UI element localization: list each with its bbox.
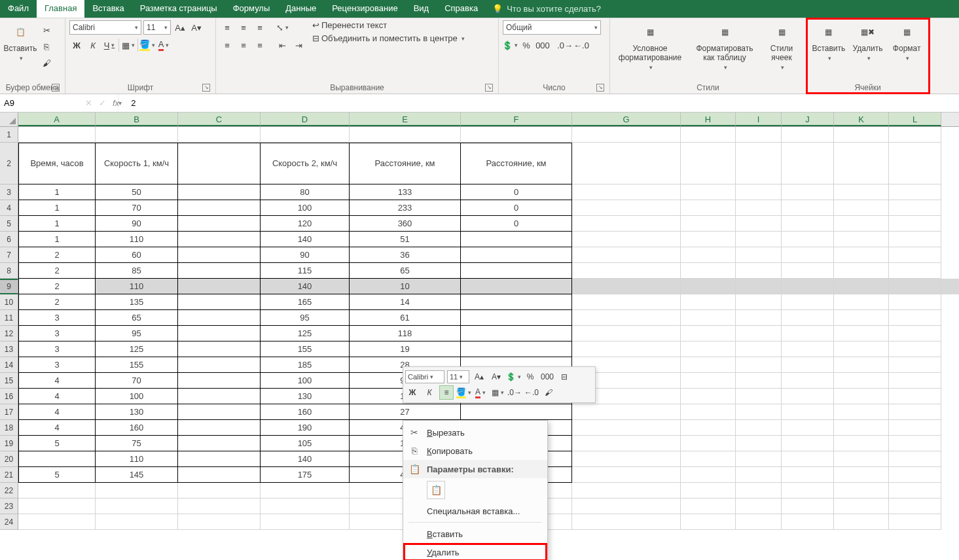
cell[interactable] — [834, 279, 889, 294]
cell[interactable] — [834, 143, 889, 184]
cell[interactable] — [889, 467, 941, 483]
cell[interactable]: 36 — [350, 247, 461, 263]
cell[interactable] — [178, 143, 261, 184]
column-header[interactable]: I — [736, 113, 782, 126]
mini-font-color[interactable]: A — [473, 385, 488, 400]
cell[interactable] — [889, 326, 941, 341]
clipboard-launcher[interactable]: ↘ — [52, 84, 60, 92]
cell[interactable] — [681, 467, 736, 483]
cell[interactable]: 50 — [96, 184, 178, 200]
cell[interactable] — [736, 389, 782, 404]
cell[interactable]: 140 — [261, 232, 350, 247]
cell[interactable] — [572, 483, 681, 499]
cell[interactable]: 0 — [461, 216, 572, 232]
cell[interactable] — [572, 279, 681, 294]
merge-center-button[interactable]: ⊟ Объединить и поместить в центре — [312, 33, 465, 43]
column-header[interactable]: C — [178, 113, 261, 126]
cell[interactable] — [889, 263, 941, 279]
cell[interactable] — [461, 247, 572, 263]
cells-insert-button[interactable]: ▦ Вставить — [810, 20, 847, 64]
column-header[interactable]: H — [681, 113, 736, 126]
mini-percent[interactable]: % — [523, 370, 537, 384]
cell[interactable] — [681, 451, 736, 467]
cell[interactable] — [736, 184, 782, 200]
row-header[interactable]: 14 — [0, 357, 18, 373]
cell[interactable] — [96, 483, 178, 499]
row-header[interactable]: 1 — [0, 127, 18, 143]
column-header[interactable]: B — [96, 113, 178, 126]
cell[interactable] — [461, 341, 572, 357]
cell[interactable] — [782, 514, 834, 530]
cell[interactable] — [889, 357, 941, 373]
cell[interactable] — [834, 373, 889, 389]
cell[interactable] — [681, 200, 736, 216]
cell[interactable] — [178, 451, 261, 467]
cell[interactable] — [889, 294, 941, 310]
percent-button[interactable]: % — [519, 38, 534, 52]
cell[interactable]: 110 — [96, 451, 178, 467]
cell[interactable] — [461, 232, 572, 247]
tab-page-layout[interactable]: Разметка страницы — [132, 0, 225, 18]
cell[interactable]: 65 — [350, 263, 461, 279]
cell[interactable] — [572, 341, 681, 357]
cell[interactable] — [178, 294, 261, 310]
cell[interactable]: Расстояние, км — [350, 143, 461, 184]
cell[interactable] — [178, 483, 261, 499]
cell[interactable] — [736, 420, 782, 436]
row-header[interactable]: 11 — [0, 310, 18, 326]
cell[interactable] — [681, 483, 736, 499]
cell[interactable] — [782, 357, 834, 373]
align-middle-button[interactable]: ≡ — [236, 20, 251, 35]
cell[interactable] — [889, 420, 941, 436]
cell[interactable] — [889, 232, 941, 247]
cell[interactable] — [572, 232, 681, 247]
cell[interactable] — [782, 467, 834, 483]
column-header[interactable]: D — [261, 113, 350, 126]
cell[interactable] — [834, 357, 889, 373]
cell[interactable] — [681, 216, 736, 232]
cell[interactable] — [889, 514, 941, 530]
font-launcher[interactable]: ↘ — [202, 84, 210, 92]
cell[interactable] — [18, 514, 96, 530]
cell[interactable]: 80 — [261, 184, 350, 200]
cell[interactable] — [681, 420, 736, 436]
cell[interactable] — [782, 310, 834, 326]
ctx-copy[interactable]: ⎘ Копировать — [403, 442, 547, 460]
cell[interactable]: Скорость 2, км/ч — [261, 143, 350, 184]
cell[interactable] — [834, 127, 889, 143]
cell[interactable] — [461, 310, 572, 326]
row-header[interactable]: 19 — [0, 436, 18, 451]
cell[interactable] — [782, 294, 834, 310]
row-header[interactable]: 10 — [0, 294, 18, 310]
tab-help[interactable]: Справка — [437, 0, 486, 18]
column-header[interactable]: F — [461, 113, 572, 126]
cell[interactable] — [572, 326, 681, 341]
cell[interactable]: 100 — [261, 373, 350, 389]
cell[interactable] — [834, 232, 889, 247]
cell[interactable] — [178, 184, 261, 200]
orientation-button[interactable]: ⤡ — [275, 20, 289, 35]
cell[interactable] — [736, 279, 782, 294]
mini-increase-font[interactable]: A▴ — [472, 370, 486, 384]
cell[interactable] — [572, 294, 681, 310]
column-header[interactable]: J — [782, 113, 834, 126]
cell[interactable] — [889, 184, 941, 200]
cell[interactable] — [736, 404, 782, 420]
cell[interactable] — [736, 310, 782, 326]
row-header[interactable]: 13 — [0, 341, 18, 357]
cell[interactable]: 130 — [96, 404, 178, 420]
cell[interactable]: 0 — [461, 200, 572, 216]
cell[interactable] — [178, 467, 261, 483]
paste-button[interactable]: 📋 Вставить — [4, 20, 37, 64]
mini-decrease-font[interactable]: A▾ — [489, 370, 503, 384]
cell[interactable] — [96, 499, 178, 514]
cell[interactable] — [736, 467, 782, 483]
cell[interactable] — [889, 404, 941, 420]
column-header[interactable]: K — [834, 113, 889, 126]
cell[interactable] — [834, 263, 889, 279]
cell[interactable] — [834, 514, 889, 530]
fx-button[interactable]: fx — [113, 98, 119, 108]
cell[interactable]: 5 — [18, 436, 96, 451]
cell[interactable] — [572, 263, 681, 279]
cell[interactable] — [681, 143, 736, 184]
